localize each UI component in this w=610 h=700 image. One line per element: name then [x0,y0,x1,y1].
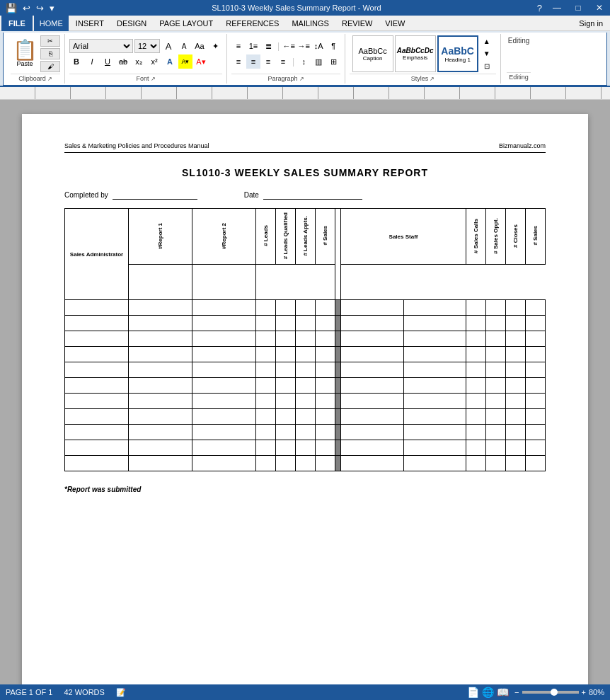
table-cell[interactable] [192,331,256,347]
table-cell[interactable] [466,425,486,440]
table-cell[interactable] [296,347,316,362]
table-cell[interactable] [506,347,526,362]
table-cell[interactable] [341,378,404,394]
bullets-button[interactable]: ≡ [231,39,246,53]
strikethrough-button[interactable]: ab [116,54,130,69]
copy-button[interactable]: ⎘ [40,48,60,59]
table-cell[interactable] [486,378,506,394]
help-button[interactable]: ? [533,0,546,16]
table-cell[interactable] [192,456,256,471]
qa-dropdown-icon[interactable]: ▾ [48,3,56,13]
table-cell[interactable] [506,316,526,331]
format-painter-button[interactable]: 🖌 [40,61,60,72]
table-cell[interactable] [486,440,506,456]
paste-button[interactable]: 📋 Paste [11,35,39,72]
table-cell[interactable] [192,378,256,394]
table-cell[interactable] [466,362,486,378]
table-cell[interactable] [296,425,316,440]
table-cell[interactable] [403,300,466,316]
table-cell[interactable] [526,425,546,440]
mailings-tab[interactable]: MAILINGS [286,16,335,31]
table-cell[interactable] [256,409,276,425]
table-cell[interactable] [192,440,256,456]
table-cell[interactable] [341,425,404,440]
table-cell[interactable] [256,316,276,331]
styles-scroll-down[interactable]: ▼ [480,47,494,59]
table-cell[interactable] [65,440,129,456]
proofing-icon[interactable]: 📝 [116,688,126,697]
table-cell[interactable] [403,409,466,425]
table-cell[interactable] [296,394,316,409]
align-center-button[interactable]: ≡ [246,54,260,69]
zoom-slider[interactable] [522,691,579,694]
table-cell[interactable] [276,394,296,409]
table-cell[interactable] [296,456,316,471]
table-cell[interactable] [466,394,486,409]
table-cell[interactable] [403,362,466,378]
table-cell[interactable] [316,456,335,471]
table-cell[interactable] [341,456,404,471]
bold-button[interactable]: B [69,54,84,69]
table-cell[interactable] [276,331,296,347]
table-cell[interactable] [276,316,296,331]
table-cell[interactable] [256,362,276,378]
table-cell[interactable] [403,331,466,347]
sort-button[interactable]: ↕A [311,39,326,53]
table-cell[interactable] [486,456,506,471]
table-cell[interactable] [316,409,335,425]
table-cell[interactable] [486,331,506,347]
table-cell[interactable] [466,347,486,362]
table-cell[interactable] [316,378,335,394]
table-cell[interactable] [65,456,129,471]
table-cell[interactable] [341,316,404,331]
table-cell[interactable] [129,425,192,440]
table-cell[interactable] [129,394,192,409]
styles-expand-icon[interactable]: ↗ [430,76,435,82]
table-cell[interactable] [466,331,486,347]
table-cell[interactable] [192,347,256,362]
table-cell[interactable] [506,378,526,394]
table-cell[interactable] [316,425,335,440]
highlight-button[interactable]: A▾ [178,54,192,69]
table-cell[interactable] [341,331,404,347]
table-cell[interactable] [466,409,486,425]
read-mode-icon[interactable]: 📖 [497,687,509,698]
review-tab[interactable]: REVIEW [336,16,378,31]
table-cell[interactable] [276,378,296,394]
table-cell[interactable] [316,362,335,378]
font-name-select[interactable]: Arial [69,39,133,53]
table-cell[interactable] [506,300,526,316]
table-cell[interactable] [486,362,506,378]
table-cell[interactable] [256,331,276,347]
table-cell[interactable] [506,394,526,409]
table-cell[interactable] [65,300,129,316]
print-layout-icon[interactable]: 📄 [467,687,479,698]
table-cell[interactable] [526,440,546,456]
table-cell[interactable] [403,378,466,394]
table-cell[interactable] [403,425,466,440]
decrease-indent-button[interactable]: ←≡ [282,39,296,53]
table-cell[interactable] [316,316,335,331]
table-cell[interactable] [506,456,526,471]
table-cell[interactable] [341,347,404,362]
table-cell[interactable] [466,378,486,394]
table-cell[interactable] [526,456,546,471]
table-cell[interactable] [296,331,316,347]
table-cell[interactable] [526,409,546,425]
table-cell[interactable] [256,425,276,440]
table-cell[interactable] [486,409,506,425]
table-cell[interactable] [506,331,526,347]
shrink-font-button[interactable]: A [177,39,191,53]
table-cell[interactable] [276,409,296,425]
table-cell[interactable] [466,456,486,471]
table-cell[interactable] [65,362,129,378]
table-cell[interactable] [65,394,129,409]
minimize-button[interactable]: — [546,0,568,16]
restore-button[interactable]: □ [568,0,589,16]
clipboard-expand-icon[interactable]: ↗ [47,76,52,82]
shading-button[interactable]: ▥ [311,54,326,69]
file-menu[interactable]: FILE [1,16,33,31]
show-formatting-button[interactable]: ¶ [326,39,340,53]
table-cell[interactable] [341,362,404,378]
table-cell[interactable] [256,394,276,409]
